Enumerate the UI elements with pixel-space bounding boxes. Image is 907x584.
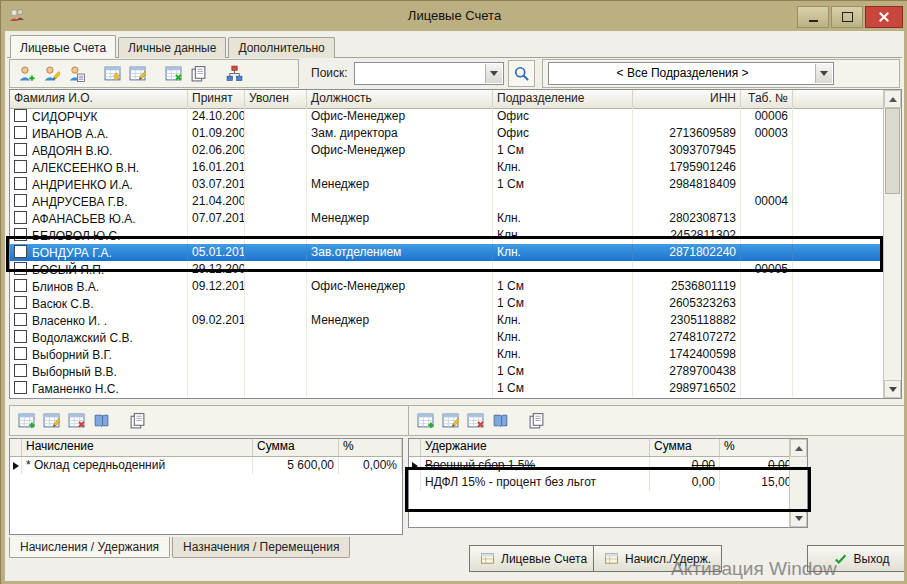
journal-icon[interactable] xyxy=(489,410,511,432)
magnifier-icon xyxy=(513,65,530,82)
department-dropdown-button[interactable] xyxy=(815,64,832,83)
current-row-marker xyxy=(409,457,421,474)
arrow-down-icon xyxy=(889,387,897,392)
current-row-marker xyxy=(10,457,22,474)
row-checkbox[interactable] xyxy=(14,194,27,207)
employee-row[interactable]: АНДРИЕНКО И.А. 03.07.2015 Менеджер 1 См … xyxy=(10,176,901,193)
tab-accruals-deductions[interactable]: Начисления / Удержания xyxy=(9,537,170,558)
copy-icon[interactable] xyxy=(187,62,209,84)
edit-deduction-icon[interactable] xyxy=(439,410,461,432)
employee-row[interactable]: ИВАНОВ А.А. 01.09.2004 Зам. директора Оф… xyxy=(10,125,901,142)
row-checkbox[interactable] xyxy=(14,228,27,241)
close-button[interactable] xyxy=(865,6,903,28)
row-checkbox[interactable] xyxy=(14,279,27,292)
scroll-down-button[interactable] xyxy=(790,509,807,527)
employee-row[interactable]: АЛЕКСЕЕНКО В.Н. 16.01.2013 Клн. 17959012… xyxy=(10,159,901,176)
employee-table-body: СИДОРЧУК 24.10.2005 Офис-Менеджер Офис 0… xyxy=(10,108,901,398)
tab-personal-data[interactable]: Личные данные xyxy=(118,37,226,58)
tab-accounts[interactable]: Лицевые Счета xyxy=(10,35,116,58)
row-checkbox[interactable] xyxy=(14,347,27,360)
titlebar[interactable]: Лицевые Счета xyxy=(1,1,907,31)
org-structure-icon[interactable] xyxy=(223,62,245,84)
copy-journal-icon[interactable] xyxy=(525,410,547,432)
add-employee-icon[interactable] xyxy=(15,62,37,84)
window-content: Лицевые Счета Личные данные Дополнительн… xyxy=(5,31,904,581)
search-input[interactable] xyxy=(358,64,484,83)
row-checkbox[interactable] xyxy=(14,143,27,156)
tab-assignments[interactable]: Назначения / Перемещения xyxy=(172,537,350,558)
employee-row[interactable]: АФАНАСЬЕВ Ю.А. 07.07.2015 Менеджер Клн. … xyxy=(10,210,901,227)
journal-icon[interactable] xyxy=(90,410,112,432)
row-checkbox[interactable] xyxy=(14,296,27,309)
column-header-fired[interactable]: Уволен xyxy=(245,90,307,108)
row-checkbox[interactable] xyxy=(14,160,27,173)
row-checkbox[interactable] xyxy=(14,245,27,258)
payroll-table-icon[interactable] xyxy=(101,62,123,84)
column-header-department[interactable]: Подразделение xyxy=(493,90,633,108)
deduction-row[interactable]: Военный сбор 1,5% 0,00 0,00% xyxy=(409,457,807,474)
clear-filter-icon[interactable] xyxy=(162,62,184,84)
exit-button[interactable]: Выход xyxy=(807,545,904,572)
column-header-position[interactable]: Должность xyxy=(307,90,493,108)
add-deduction-icon[interactable] xyxy=(414,410,436,432)
employee-row[interactable]: Блинов В.А. 09.12.2015 Офис-Менеджер 1 С… xyxy=(10,278,901,295)
row-checkbox[interactable] xyxy=(14,109,27,122)
column-header-name[interactable]: Фамилия И.О. xyxy=(10,90,188,108)
row-checkbox[interactable] xyxy=(14,381,27,394)
copy-journal-icon[interactable] xyxy=(126,410,148,432)
column-header-tab[interactable]: Таб. № xyxy=(741,90,793,108)
accrual-row[interactable]: * Оклад середньоденний 5 600,00 0,00% xyxy=(10,457,402,474)
employee-row[interactable]: Гаманенко Н.С. 1 См 2989716502 xyxy=(10,380,901,397)
scroll-up-button[interactable] xyxy=(790,439,807,457)
search-button[interactable] xyxy=(508,60,535,87)
employee-row[interactable]: Власенко И. . 09.02.2016 Менеджер Клн. 2… xyxy=(10,312,901,329)
column-header-hired[interactable]: Принят xyxy=(188,90,245,108)
tab-strip: Лицевые Счета Личные данные Дополнительн… xyxy=(7,34,902,58)
edit-accrual-icon[interactable] xyxy=(40,410,62,432)
accrual-column-name: Начисление xyxy=(22,439,253,456)
accruals-toolbar xyxy=(9,405,413,436)
employee-row[interactable]: Выборный В.В. 1 См 2789700438 xyxy=(10,363,901,380)
row-checkbox[interactable] xyxy=(14,364,27,377)
employee-card-icon[interactable] xyxy=(65,62,87,84)
column-header-inn[interactable]: ИНН xyxy=(633,90,741,108)
employee-row[interactable]: БОНДУРА Г.А. 05.01.2015 Зав.отделением К… xyxy=(10,244,901,261)
accruals-deductions-button[interactable]: Начисл./Удерж. xyxy=(593,545,722,572)
row-checkbox[interactable] xyxy=(14,330,27,343)
minimize-icon xyxy=(809,20,818,22)
employee-row[interactable]: БЕЛОВОЛ Ю.С. Клн. 2452811302 xyxy=(10,227,901,244)
employee-row[interactable]: АНДРУСЕВА Г.В. 21.04.2007 00004 xyxy=(10,193,901,210)
search-combobox[interactable] xyxy=(354,62,504,85)
edit-employee-icon[interactable] xyxy=(40,62,62,84)
accounts-button[interactable]: Лицевые Счета xyxy=(469,545,598,572)
employee-row[interactable]: Выборний В.Г. Клн. 1742400598 xyxy=(10,346,901,363)
row-checkbox[interactable] xyxy=(14,313,27,326)
green-check-icon xyxy=(833,551,848,566)
employee-row[interactable]: АВДОЯН В.Ю. 02.06.2008 Офис-Менеджер 1 С… xyxy=(10,142,901,159)
department-combobox[interactable]: < Все Подразделения > xyxy=(548,62,834,85)
row-checkbox[interactable] xyxy=(14,177,27,190)
row-checkbox[interactable] xyxy=(14,126,27,139)
row-checkbox[interactable] xyxy=(14,262,27,275)
scrollbar-thumb[interactable] xyxy=(885,108,900,194)
delete-accrual-icon[interactable] xyxy=(65,410,87,432)
exit-button-label: Выход xyxy=(854,552,890,566)
row-checkbox[interactable] xyxy=(14,211,27,224)
vertical-scrollbar[interactable] xyxy=(883,90,901,398)
add-accrual-icon[interactable] xyxy=(15,410,37,432)
employee-row[interactable]: Водолажский С.В. Клн. 2748107272 xyxy=(10,329,901,346)
employee-row[interactable]: БОСЫЙ Я.П. 29.12.2005 00005 xyxy=(10,261,901,278)
edit-table-icon[interactable] xyxy=(126,62,148,84)
employee-row[interactable]: СИДОРЧУК 24.10.2005 Офис-Менеджер Офис 0… xyxy=(10,108,901,125)
scroll-up-button[interactable] xyxy=(884,90,901,108)
tab-additional[interactable]: Дополнительно xyxy=(228,37,334,58)
search-dropdown-button[interactable] xyxy=(485,64,502,83)
deduction-row[interactable]: НДФЛ 15% - процент без льгот 0,00 15,00% xyxy=(409,474,807,491)
employee-row[interactable]: Васюк С.В. 1 См 2605323263 xyxy=(10,295,901,312)
scroll-down-button[interactable] xyxy=(884,380,901,398)
maximize-button[interactable] xyxy=(831,6,863,28)
deductions-table: Удержание Сумма % Военный сбор 1,5% 0,00… xyxy=(408,438,808,528)
delete-deduction-icon[interactable] xyxy=(464,410,486,432)
deductions-scrollbar[interactable] xyxy=(789,439,807,527)
minimize-button[interactable] xyxy=(797,6,829,28)
